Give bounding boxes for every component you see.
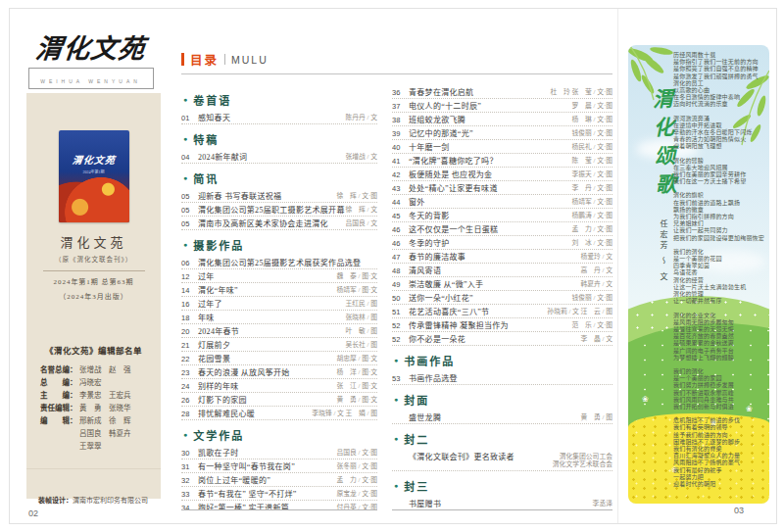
entry-author: 杨鹏涛 / 文·图 — [571, 212, 612, 220]
staff-row: 王翠翠 — [40, 440, 161, 453]
poem-line: 在逆境中开拓进取 — [673, 122, 765, 129]
entry-page-number: 14 — [181, 286, 198, 295]
staff-row: 总 编：冯晓宏 — [40, 376, 161, 389]
toc-entry: 33 春节“有我在” 坚守“不打烊” 原宝龙 / 文·图 — [181, 487, 377, 501]
section-title: 卷首语 — [193, 92, 231, 108]
entry-title: 渭化“年味” — [198, 286, 336, 295]
entry-page-number: 20 — [181, 327, 198, 336]
entry-author: 张增战 / 文 — [346, 153, 377, 162]
poem-line: 渭化的员工 — [673, 80, 765, 87]
entry-author: 黄 勇 / 图·文 — [336, 396, 377, 405]
entry-title: 岗位上过年“暖暖的” — [198, 476, 336, 485]
toc-entry: 47 春节的廉洁故事 杨爱玲 / 文 — [392, 250, 612, 264]
entry-page-number: 22 — [181, 355, 198, 363]
poem-stanza: 渭化的臂膀在三秦大地迎风招展我们在美丽的家园辛劳耕作我们在这一方沃土播下希望 — [673, 158, 765, 186]
poem-line: 渭化的经营 — [673, 277, 765, 284]
section-title: 封三 — [404, 478, 429, 494]
poem-line: 风雨阻挡不了扬帆的豪气 — [673, 459, 765, 466]
section-entries: 01 感知春天 陈丹丹 / 文 — [181, 111, 377, 124]
entry-page-number: 21 — [181, 341, 198, 350]
staff-row: 主 编：李景忠 王宏兵 — [40, 389, 161, 402]
section-bullet-icon: ● — [394, 395, 398, 405]
entry-page-number: 39 — [392, 129, 409, 138]
staff-row: 责任编辑：黄 勇 张晓华 — [40, 402, 161, 414]
entry-title: 过年 — [198, 272, 336, 281]
poem-line: 是你激发了我们顽强拼搏的勇气 — [673, 73, 765, 80]
toc-entry: 46 这不仅仅是一个生日蛋糕 孟 力 / 文·图 — [392, 222, 612, 236]
entry-page-number: 34 — [181, 504, 198, 511]
toc-section: ● 特稿 04 2024新年献词 张增战 / 文 — [181, 131, 377, 164]
entry-page-number: 43 — [392, 184, 409, 193]
poem-line: 渭河激流奔涌 — [673, 116, 765, 122]
toc-entry: 04 2024新年献词 张增战 / 文 — [181, 150, 377, 164]
section-title: 封二 — [404, 431, 429, 447]
poem-line: 让我们一起共同努力 — [673, 227, 765, 234]
poem-line: 我们努力拼搏稳步发展 — [673, 382, 765, 389]
design-company: 渭南市宏利印务有限公司 — [73, 497, 148, 505]
poem-body: 历经风雨数十载是你指引了我们一往无前的方向是你照亮了我们自强不息的精神是你激发了… — [673, 52, 765, 495]
entry-title: 春节“有我在” 坚守“不打烊” — [198, 490, 336, 499]
entry-title: 渭化集团公司第25届职工摄影艺术展开幕 — [198, 206, 346, 215]
poem-line: 是硕果累累的金秋送爽 — [673, 340, 765, 347]
entry-author: 胡忠厚 / 图·文 — [336, 355, 377, 363]
entry-author: 李振天 / 文·图 — [571, 170, 612, 179]
staff-names: 吕国良 韩夏卉 — [79, 429, 131, 438]
toc-title-en: MULU — [231, 54, 269, 66]
masthead: 渭化文苑 WEIHUA WENYUAN — [10, 34, 172, 89]
toc-entry: 34 跑好“第一棒” 实干谱新篇 付丹英 / 文·图 — [181, 501, 377, 510]
toc-entry: 52 传承雷锋精神 凝聚担当作为 范 乐 / 文·图 — [392, 318, 612, 332]
staff-role: 总 编： — [40, 376, 79, 389]
flower-icon: ❀ — [642, 395, 649, 404]
entry-author: 张 江 / 图·文 — [336, 382, 377, 391]
entry-author: 杨 琳 / 文·图 — [571, 116, 612, 124]
section-title: 书画作品 — [404, 353, 455, 368]
entry-author: 吕国良 / 文·图 — [336, 449, 377, 458]
poem-line: 我们的渭化 — [673, 249, 765, 256]
section-bullet-icon: ● — [183, 173, 187, 183]
entry-title: 凯歌在子时 — [198, 449, 336, 458]
toc-entry: 39 记忆中的那道“光” 钱俊丽 / 文·图 — [392, 126, 612, 140]
poem-line: 我们在这一方沃土播下希望 — [673, 178, 765, 185]
poem-line: 飘扬的徽章 — [673, 207, 765, 214]
toc-entry: 05 渭化集团公司第25届职工摄影艺术展开幕 徐 辉 / 文 — [181, 203, 377, 217]
entry-page-number: 36 — [392, 88, 409, 97]
toc-entry: 23 春天的浪漫 从放风筝开始 杨 洋 / 图·文 — [181, 365, 377, 379]
entry-page-number: 41 — [392, 157, 409, 166]
entry-author: 吕国良 / 文 — [346, 219, 377, 228]
section-bullet-icon: ● — [183, 95, 187, 105]
section-bullet-icon: ● — [394, 434, 398, 444]
toc-entry: 37 电仪人的“十二时辰” 罗 晨 / 文·图 — [392, 99, 612, 113]
entry-title: 2024新年献词 — [198, 153, 346, 162]
entry-page-number: 48 — [392, 266, 409, 275]
section-header: ● 简讯 — [183, 170, 377, 186]
poem-line: 鸟语花香 — [673, 269, 765, 276]
section-bullet-icon: ● — [183, 430, 187, 440]
toc-entry: 05 渭南市及高新区美术家协会走进渭化 吕国良 / 文 — [181, 217, 377, 230]
entry-author: 张晓林 / 图 — [346, 314, 377, 322]
red-bar-icon — [181, 53, 184, 66]
poem-author: 任宏芳 ～ 文 — [658, 219, 668, 283]
entry-title: 电仪人的“十二时辰” — [409, 102, 571, 111]
poem-line: 我们开拓创新与时俱进 — [673, 404, 765, 411]
entry-author: 孙晓莉 / 文 汪 云 / 图 — [547, 308, 612, 316]
poem-line: 迎着朝阳放飞理想 — [673, 143, 765, 150]
toc-entry: 49 崇洁敬廉 从“微”入手 韩夏卉 / 文 — [392, 277, 612, 291]
entry-page-number: 24 — [181, 382, 198, 391]
entry-author: 魏 泰 / 图·文 — [336, 272, 377, 281]
toc-entry: 52 你不必是一朵花 李 晶 / 文 — [392, 332, 612, 346]
staff-role: 责任编辑： — [40, 402, 79, 414]
entry-title: 感知春天 — [198, 114, 346, 122]
section-title: 摄影作品 — [193, 237, 244, 253]
entry-title: 处处“精心”让家更有味道 — [409, 184, 571, 193]
poem-stanza: 历经风雨数十载是你指引了我们一往无前的方向是你照亮了我们自强不息的精神是你激发了… — [673, 52, 765, 109]
entry-title: 别样的年味 — [198, 382, 336, 391]
poem-stanza: 我们的渭化是一个美丽的花园四季青翠如茵鸟语花香渭化的经营让这一片沃土充满勃勃生机… — [673, 249, 765, 306]
toc-section: ● 封二 《渭化文联会刊》更名致读者 渭化集团公司工会 渭化文学艺术联合会 — [392, 431, 612, 471]
poem-line: 是你照亮了我们自强不息的精神 — [673, 66, 765, 73]
section-bullet-icon: ● — [394, 356, 398, 365]
issue-number: 2024年第1期 总第63期 — [26, 276, 161, 286]
poem-line: 迎着时代的朝阳 — [673, 481, 765, 488]
entry-author: 高 丹 / 文 — [581, 266, 612, 275]
staff-role: 名誉总编： — [40, 363, 79, 376]
magazine-logo-en-box: WEIHUA WENYUAN — [28, 68, 154, 89]
